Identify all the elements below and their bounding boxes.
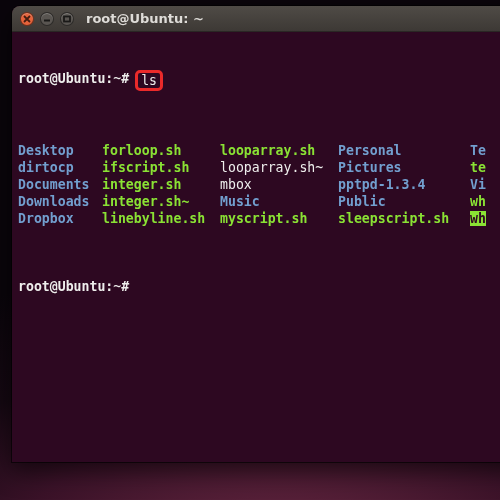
- prompt-sep: :: [105, 278, 113, 295]
- prompt-sep: :: [105, 70, 113, 91]
- list-item: Pictures: [338, 159, 470, 176]
- list-item: pptpd-1.3.4: [338, 176, 470, 193]
- prompt-sigil: #: [121, 278, 129, 295]
- close-icon[interactable]: [20, 12, 34, 26]
- ls-column: Personal Pictures pptpd-1.3.4 Public sle…: [338, 142, 470, 227]
- prompt-line-1: root@Ubuntu:~# ls: [18, 70, 500, 91]
- list-item: Personal: [338, 142, 470, 159]
- list-item: integer.sh: [102, 176, 220, 193]
- list-item: Downloads: [18, 193, 102, 210]
- command-text: ls: [141, 73, 157, 88]
- terminal-window: root@Ubuntu: ~ root@Ubuntu:~# ls Desktop…: [12, 6, 500, 462]
- list-item: myscript.sh: [220, 210, 338, 227]
- list-item: wh: [470, 211, 486, 226]
- svg-rect-0: [64, 16, 70, 21]
- list-item: wh: [470, 193, 486, 210]
- prompt-sigil: #: [121, 70, 129, 91]
- prompt-user: root@Ubuntu: [18, 278, 105, 295]
- list-item: ifscript.sh: [102, 159, 220, 176]
- ls-column: forloop.sh ifscript.sh integer.sh intege…: [102, 142, 220, 227]
- ls-column: Desktop dirtocp Documents Downloads Drop…: [18, 142, 102, 227]
- prompt-path: ~: [113, 278, 121, 295]
- list-item: Documents: [18, 176, 102, 193]
- ls-column: Te te Vi wh wh: [470, 142, 486, 227]
- annotation-highlight: ls: [135, 70, 163, 91]
- list-item: Te: [470, 142, 486, 159]
- list-item: dirtocp: [18, 159, 102, 176]
- prompt-line-2: root@Ubuntu:~#: [18, 278, 500, 295]
- list-item: integer.sh~: [102, 193, 220, 210]
- window-controls: [20, 12, 74, 26]
- list-item: sleepscript.sh: [338, 210, 470, 227]
- titlebar[interactable]: root@Ubuntu: ~: [12, 6, 500, 32]
- list-item: Public: [338, 193, 470, 210]
- list-item: Dropbox: [18, 210, 102, 227]
- maximize-icon[interactable]: [60, 12, 74, 26]
- window-title: root@Ubuntu: ~: [86, 11, 204, 26]
- list-item: looparray.sh~: [220, 159, 338, 176]
- list-item: mbox: [220, 176, 338, 193]
- list-item: forloop.sh: [102, 142, 220, 159]
- ls-output: Desktop dirtocp Documents Downloads Drop…: [18, 142, 500, 227]
- prompt-path: ~: [113, 70, 121, 91]
- list-item: looparray.sh: [220, 142, 338, 159]
- list-item: Music: [220, 193, 338, 210]
- desktop-background: root@Ubuntu: ~ root@Ubuntu:~# ls Desktop…: [0, 0, 500, 500]
- list-item: te: [470, 159, 486, 176]
- minimize-icon[interactable]: [40, 12, 54, 26]
- terminal-body[interactable]: root@Ubuntu:~# ls Desktop dirtocp Docume…: [12, 32, 500, 462]
- ls-column: looparray.sh looparray.sh~ mbox Music my…: [220, 142, 338, 227]
- list-item: linebyline.sh: [102, 210, 220, 227]
- list-item: Vi: [470, 176, 486, 193]
- list-item: Desktop: [18, 142, 102, 159]
- prompt-user: root@Ubuntu: [18, 70, 105, 91]
